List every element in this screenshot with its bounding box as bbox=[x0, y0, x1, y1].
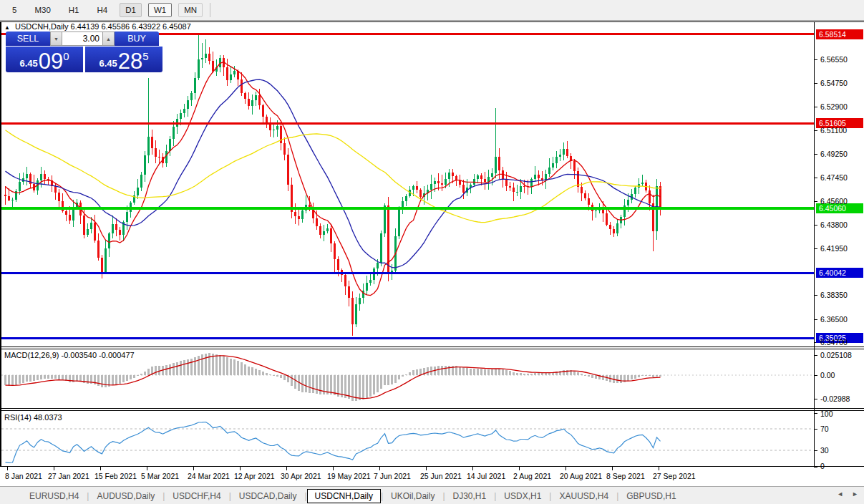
one-click-trading-widget: SELL ▼ ▲ BUY 6.45 09 0 6.45 28 5 bbox=[6, 32, 162, 72]
volume-increase-button[interactable]: ▲ bbox=[102, 32, 115, 46]
tab-usdcnh-daily[interactable]: USDCNH,Daily bbox=[307, 489, 381, 503]
date-tick-label: 5 Mar 2021 bbox=[141, 472, 179, 480]
date-tick-label: 8 Jan 2021 bbox=[5, 472, 42, 480]
date-tick-marks bbox=[7, 467, 659, 470]
tab-usdchf-h4[interactable]: USDCHF,H4 bbox=[165, 489, 228, 503]
tab-audusd-daily[interactable]: AUDUSD,Daily bbox=[89, 489, 162, 503]
buy-button[interactable]: BUY bbox=[115, 32, 159, 46]
panel-borders bbox=[0, 21, 864, 467]
date-tick-label: 30 Apr 2021 bbox=[281, 472, 321, 480]
price-tick-label: 6.56550 bbox=[820, 55, 848, 64]
date-tick-label: 20 Aug 2021 bbox=[560, 472, 602, 480]
sell-button[interactable]: SELL bbox=[6, 32, 50, 46]
terminal-window: 5M30H1H4D1W1MN ▲ USDCNH,Daily 6.44139 6.… bbox=[0, 0, 864, 504]
rsi-tick-label: 100 bbox=[820, 410, 833, 418]
date-tick-label: 15 Feb 2021 bbox=[94, 472, 137, 480]
chart-ohlc-readout: 6.44139 6.45586 6.43922 6.45087 bbox=[71, 22, 191, 31]
volume-decrease-button[interactable]: ▼ bbox=[50, 32, 62, 46]
price-tick-label: 6.45600 bbox=[820, 197, 848, 205]
rsi-tick-label: 70 bbox=[820, 425, 829, 433]
price-tick-label: 6.49250 bbox=[820, 150, 848, 158]
moving-average-lines bbox=[6, 62, 661, 296]
sell-price-big: 09 bbox=[39, 52, 63, 71]
price-chart-canvas[interactable] bbox=[0, 0, 864, 504]
date-tick-label: 19 May 2021 bbox=[327, 472, 371, 480]
price-tick-label: 6.52900 bbox=[820, 102, 848, 111]
date-tick-label: 24 Mar 2021 bbox=[188, 472, 230, 480]
volume-input[interactable] bbox=[62, 32, 102, 46]
tab-usdcad-daily[interactable]: USDCAD,Daily bbox=[231, 489, 305, 503]
date-tick-label: 27 Jan 2021 bbox=[48, 472, 89, 480]
collapse-arrow-icon[interactable]: ▲ bbox=[4, 24, 10, 31]
price-tick-label: 6.54750 bbox=[820, 79, 848, 87]
rsi-level-lines bbox=[1, 429, 813, 450]
buy-price-display[interactable]: 6.45 28 5 bbox=[85, 47, 162, 72]
rsi-line bbox=[6, 422, 661, 463]
date-tick-label: 27 Sep 2021 bbox=[653, 472, 696, 480]
date-tick-label: 8 Sep 2021 bbox=[606, 472, 645, 480]
sell-price-prefix: 6.45 bbox=[19, 58, 37, 69]
tab-xauusd-h4[interactable]: XAUUSD,H4 bbox=[551, 489, 616, 503]
buy-price-sup: 5 bbox=[142, 50, 148, 62]
macd-signal-line bbox=[6, 356, 661, 399]
rsi-tick-label: 0 bbox=[820, 462, 825, 470]
price-tick-label: 6.38350 bbox=[820, 291, 848, 299]
candlesticks bbox=[4, 34, 661, 336]
rsi-label: RSI(14) 48.0373 bbox=[4, 413, 62, 422]
macd-label: MACD(12,26,9) -0.003540 -0.000477 bbox=[4, 351, 135, 359]
date-tick-label: 7 Jun 2021 bbox=[374, 472, 411, 480]
macd-histogram bbox=[4, 353, 661, 401]
chart-symbol-label: USDCNH,Daily bbox=[15, 22, 69, 31]
tab-usdx-h1[interactable]: USDX,H1 bbox=[496, 489, 549, 503]
price-level-badge: 6.58514 bbox=[816, 29, 863, 39]
date-tick-label: 25 Jun 2021 bbox=[420, 472, 462, 480]
price-level-badge: 6.40042 bbox=[816, 268, 863, 278]
buy-price-big: 28 bbox=[118, 52, 142, 71]
buy-price-prefix: 6.45 bbox=[99, 58, 117, 69]
tab-eurusd-h4[interactable]: EURUSD,H4 bbox=[21, 489, 87, 503]
macd-tick-label: 0.00 bbox=[820, 371, 835, 379]
rsi-tick-label: 30 bbox=[820, 446, 829, 455]
macd-tick-label: 0.025108 bbox=[820, 351, 852, 359]
tab-scroll-arrows: ◄ ► bbox=[837, 490, 858, 498]
sell-price-sup: 0 bbox=[63, 50, 69, 62]
sell-price-display[interactable]: 6.45 09 0 bbox=[6, 47, 83, 72]
chart-tab-bar: EURUSD,H4|AUDUSD,Daily|USDCHF,H4|USDCAD,… bbox=[0, 486, 864, 504]
price-tick-label: 6.36500 bbox=[820, 315, 848, 324]
date-tick-label: 12 Apr 2021 bbox=[234, 472, 275, 480]
price-tick-label: 6.51100 bbox=[820, 126, 847, 135]
price-tick-label: 6.47450 bbox=[820, 173, 848, 182]
tab-ukoil-daily[interactable]: UKOil,Daily bbox=[383, 489, 442, 503]
price-tick-label: 6.43800 bbox=[820, 220, 848, 229]
date-tick-label: 14 Jul 2021 bbox=[467, 472, 505, 480]
price-tick-label: 6.34700 bbox=[820, 338, 848, 346]
triangle-down-icon: ▼ bbox=[54, 37, 59, 42]
date-tick-label: 2 Aug 2021 bbox=[513, 472, 551, 480]
triangle-up-icon: ▲ bbox=[106, 37, 111, 42]
price-tick-label: 6.41950 bbox=[820, 244, 848, 253]
tab-scroll-left-icon[interactable]: ◄ bbox=[837, 490, 843, 498]
horizontal-level-lines bbox=[1, 33, 814, 339]
tab-gbpusd-h1[interactable]: GBPUSD,H1 bbox=[618, 489, 684, 503]
macd-tick-label: -0.02988 bbox=[820, 394, 850, 403]
tab-scroll-right-icon[interactable]: ► bbox=[852, 490, 858, 498]
chart-title: ▲ USDCNH,Daily 6.44139 6.45586 6.43922 6… bbox=[4, 22, 191, 31]
tab-dj30-h1[interactable]: DJ30,H1 bbox=[445, 489, 495, 503]
